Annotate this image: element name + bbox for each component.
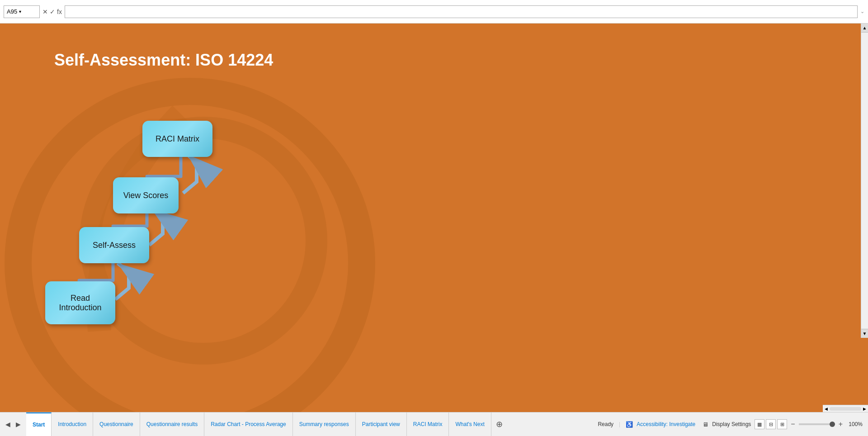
horizontal-scrollbar[interactable]: ◀ ▶ xyxy=(823,405,868,412)
tab-introduction[interactable]: Introduction xyxy=(52,412,93,436)
tab-summary-responses[interactable]: Summary responses xyxy=(293,412,356,436)
nav-next-sheet[interactable]: ▶ xyxy=(16,421,21,428)
accessibility-label[interactable]: Accessibility: Investigate xyxy=(637,421,695,427)
tab-questionnaire[interactable]: Questionnaire xyxy=(93,412,140,436)
sheet-tabs-container: Start Introduction Questionnaire Questio… xyxy=(26,412,592,436)
tab-radar-chart[interactable]: Radar Chart - Process Average xyxy=(204,412,293,436)
zoom-slider[interactable] xyxy=(799,423,835,425)
collapse-bar-icon[interactable]: ⌄ xyxy=(860,9,864,14)
function-icon[interactable]: fx xyxy=(57,8,62,15)
accessibility-icon: ♿ xyxy=(626,421,633,428)
page-title: Self-Assessment: ISO 14224 xyxy=(54,51,273,70)
status-bar: ◀ ▶ Start Introduction Questionnaire Que… xyxy=(0,412,868,436)
cell-ref-value: A95 xyxy=(7,8,17,15)
view-mode-buttons: ▦ ⊟ ⊞ xyxy=(755,419,787,429)
zoom-plus[interactable]: + xyxy=(839,420,843,428)
zoom-minus[interactable]: − xyxy=(791,420,795,428)
ready-status: Ready xyxy=(598,421,613,427)
formula-bar-input[interactable] xyxy=(65,5,858,18)
display-settings-label[interactable]: Display Settings xyxy=(712,421,751,427)
tab-raci-matrix[interactable]: RACI Matrix xyxy=(407,412,449,436)
confirm-icon[interactable]: ✓ xyxy=(50,8,55,15)
add-sheet-button[interactable]: ⊕ xyxy=(491,419,507,429)
nav-prev-sheet[interactable]: ◀ xyxy=(5,421,10,428)
view-scores-label: View Scores xyxy=(123,191,169,200)
formula-dividers: ✕ ✓ fx xyxy=(42,8,62,15)
display-settings-icon: 🖥 xyxy=(703,421,708,428)
page-break-button[interactable]: ⊞ xyxy=(777,419,787,429)
scroll-thumb[interactable] xyxy=(830,407,861,411)
zoom-level: 100% xyxy=(846,421,863,427)
normal-view-button[interactable]: ▦ xyxy=(755,419,764,429)
scroll-up-button[interactable]: ▲ xyxy=(861,24,868,33)
scroll-down-button[interactable]: ▼ xyxy=(861,329,868,338)
excel-formula-bar: A95 ▾ ✕ ✓ fx ⌄ xyxy=(0,0,868,24)
tab-whats-next[interactable]: What's Next xyxy=(449,412,491,436)
scroll-right-button[interactable]: ▶ xyxy=(863,407,866,411)
cell-reference-box[interactable]: A95 ▾ xyxy=(4,5,40,18)
read-introduction-label: ReadIntroduction xyxy=(59,294,101,313)
self-assess-label: Self-Assess xyxy=(93,241,136,250)
status-right-section: Ready | ♿ Accessibility: Investigate 🖥 D… xyxy=(592,419,868,429)
status-left-section: ◀ ▶ xyxy=(0,421,26,428)
tab-questionnaire-results[interactable]: Questionnaire results xyxy=(140,412,204,436)
self-assess-button[interactable]: Self-Assess xyxy=(79,227,149,263)
cell-ref-dropdown[interactable]: ▾ xyxy=(19,9,21,14)
main-content-area: Self-Assessment: ISO 14224 ReadIntroduct… xyxy=(0,24,868,412)
tab-participant-view[interactable]: Participant view xyxy=(356,412,407,436)
raci-matrix-button[interactable]: RACI Matrix xyxy=(142,121,212,157)
page-layout-button[interactable]: ⊟ xyxy=(766,419,776,429)
vertical-scrollbar[interactable]: ▲ ▼ xyxy=(861,24,868,338)
cancel-icon[interactable]: ✕ xyxy=(42,8,48,15)
tab-start[interactable]: Start xyxy=(26,412,52,436)
scroll-left-button[interactable]: ◀ xyxy=(825,407,828,411)
view-scores-button[interactable]: View Scores xyxy=(113,177,179,213)
raci-matrix-label: RACI Matrix xyxy=(156,134,199,144)
read-introduction-button[interactable]: ReadIntroduction xyxy=(45,281,115,324)
